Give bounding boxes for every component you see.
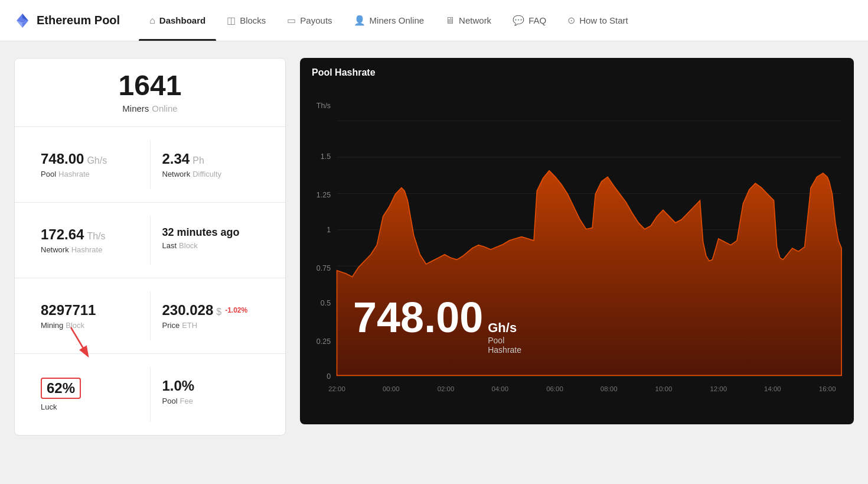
luck-label: Luck	[41, 402, 138, 411]
network-icon: 🖥	[445, 15, 455, 26]
svg-text:14:00: 14:00	[764, 385, 781, 392]
mining-block-value: 8297711	[41, 302, 138, 319]
faq-icon: 💬	[513, 15, 524, 26]
network-hashrate-item: 172.64 Th/s Network Hashrate	[29, 216, 150, 265]
network-difficulty-item: 2.34 Ph Network Difficulty	[150, 140, 272, 189]
pool-hashrate-value: 748.00 Gh/s	[41, 151, 138, 167]
last-block-item: 32 minutes ago Last Block	[150, 216, 272, 265]
network-hashrate-label: Network Hashrate	[41, 245, 138, 254]
nav-item-blocks[interactable]: ◫ Blocks	[216, 0, 276, 41]
luck-value: 62%	[47, 380, 75, 396]
chart-area: 0 0.25 0.5 0.75 1 1.25 1.5 Th/s 22:00 00…	[300, 83, 854, 414]
nav-item-dashboard[interactable]: ⌂ Dashboard	[139, 0, 216, 41]
svg-text:1: 1	[327, 225, 331, 234]
hashrate-chart: 0 0.25 0.5 0.75 1 1.25 1.5 Th/s 22:00 00…	[300, 83, 854, 414]
price-value: 230.028 $	[162, 302, 222, 319]
pool-hashrate-label: Pool Hashrate	[41, 170, 138, 178]
svg-text:0.75: 0.75	[316, 263, 331, 272]
pool-hashrate-item: 748.00 Gh/s Pool Hashrate	[29, 140, 150, 189]
miners-icon: 👤	[354, 15, 366, 26]
svg-text:06:00: 06:00	[546, 385, 563, 392]
svg-text:0: 0	[327, 372, 331, 381]
home-icon: ⌂	[149, 15, 155, 26]
svg-text:10:00: 10:00	[655, 385, 673, 392]
pool-fee-label: Pool Fee	[162, 397, 260, 405]
svg-text:0.5: 0.5	[321, 298, 331, 307]
svg-text:22:00: 22:00	[328, 385, 345, 392]
price-eth-item: 230.028 $ -1.02% Price ETH	[150, 291, 272, 340]
nav-item-miners-online[interactable]: 👤 Miners Online	[343, 0, 435, 41]
stats-card: 1641 Miners Online 748.00 Gh/s Pool Hash…	[14, 58, 286, 436]
nav-item-payouts[interactable]: ▭ Payouts	[276, 0, 342, 41]
chart-hashrate-value: 748.00	[353, 296, 483, 339]
payouts-icon: ▭	[287, 15, 296, 26]
miners-online-value: 1641	[29, 72, 271, 100]
logo-area: Ethereum Pool	[14, 12, 120, 29]
miningblock-price-section: 8297711 Mining Block 230.028 $ -1.02% Pr…	[15, 278, 285, 354]
svg-text:04:00: 04:00	[491, 385, 508, 392]
help-icon: ⊙	[567, 15, 575, 26]
network-hashrate-value: 172.64 Th/s	[41, 226, 138, 243]
nav-item-faq[interactable]: 💬 FAQ	[502, 0, 557, 41]
pool-fee-value: 1.0%	[162, 378, 260, 394]
svg-text:12:00: 12:00	[710, 385, 727, 392]
svg-text:0.25: 0.25	[316, 336, 331, 345]
network-difficulty-value: 2.34 Ph	[162, 151, 260, 167]
mining-block-item: 8297711 Mining Block	[29, 291, 150, 340]
chart-overlay-label1: Pool	[488, 336, 521, 345]
chart-card: Pool Hashrate 0 0.25 0.5 0.75 1 1.25 1.5	[300, 58, 854, 424]
price-change-badge: -1.02%	[225, 306, 247, 314]
chart-title: Pool Hashrate	[300, 58, 854, 83]
miners-online-section: 1641 Miners Online	[15, 59, 285, 127]
price-label: Price ETH	[162, 321, 260, 330]
ethereum-logo-icon	[14, 12, 31, 29]
network-difficulty-label: Network Difficulty	[162, 170, 260, 178]
svg-text:08:00: 08:00	[601, 385, 618, 392]
mining-block-label: Mining Block	[41, 321, 138, 330]
pool-fee-item: 1.0% Pool Fee	[150, 367, 272, 422]
svg-text:Th/s: Th/s	[316, 101, 331, 110]
header: Ethereum Pool ⌂ Dashboard ◫ Blocks ▭ Pay…	[0, 0, 868, 41]
hashrate-difficulty-section: 748.00 Gh/s Pool Hashrate 2.34 Ph Networ…	[15, 127, 285, 203]
last-block-value: 32 minutes ago	[162, 226, 260, 239]
main-content: 1641 Miners Online 748.00 Gh/s Pool Hash…	[0, 41, 868, 452]
svg-text:16:00: 16:00	[819, 385, 836, 392]
main-nav: ⌂ Dashboard ◫ Blocks ▭ Payouts 👤 Miners …	[139, 0, 639, 41]
svg-text:02:00: 02:00	[438, 385, 455, 392]
luck-fee-section: 62% Luck 1.0% Pool Fee	[15, 354, 285, 435]
chart-overlay: 748.00 Gh/s Pool Hashrate	[353, 296, 521, 355]
nav-item-how-to-start[interactable]: ⊙ How to Start	[557, 0, 639, 41]
chart-hashrate-unit: Gh/s	[488, 320, 521, 336]
blocks-icon: ◫	[227, 15, 236, 26]
nethash-lastblock-section: 172.64 Th/s Network Hashrate 32 minutes …	[15, 203, 285, 278]
chart-overlay-label2: Hashrate	[488, 345, 521, 355]
svg-text:1.5: 1.5	[321, 152, 331, 161]
svg-text:1.25: 1.25	[316, 190, 331, 199]
last-block-label: Last Block	[162, 241, 260, 250]
svg-text:00:00: 00:00	[383, 385, 400, 392]
luck-box: 62%	[41, 378, 81, 399]
nav-item-network[interactable]: 🖥 Network	[435, 0, 502, 41]
miners-online-label: Miners Online	[29, 103, 271, 113]
logo-title: Ethereum Pool	[37, 14, 120, 27]
luck-item: 62% Luck	[29, 367, 150, 422]
